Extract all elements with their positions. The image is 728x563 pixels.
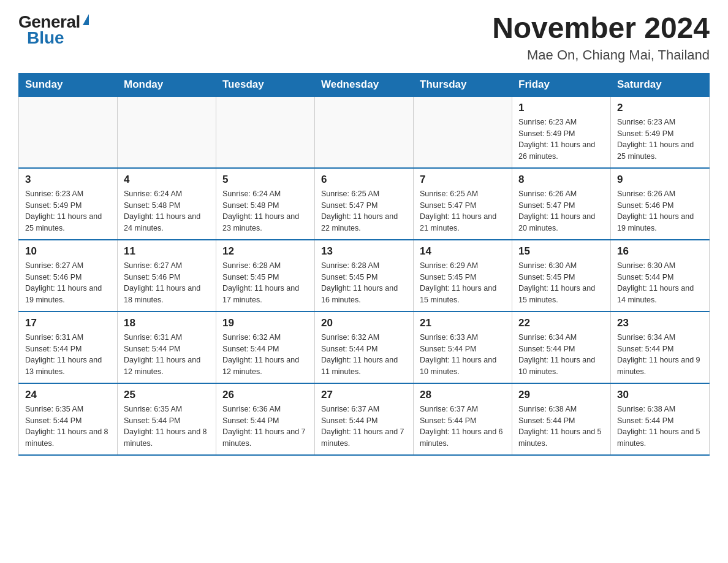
day-number: 22 [518,317,604,329]
day-info: Sunrise: 6:34 AM Sunset: 5:44 PM Dayligh… [518,332,604,378]
day-info: Sunrise: 6:26 AM Sunset: 5:47 PM Dayligh… [518,188,604,234]
page-header: General Blue November 2024 Mae On, Chian… [18,12,710,63]
calendar-day-cell: 4Sunrise: 6:24 AM Sunset: 5:48 PM Daylig… [118,168,216,240]
calendar-table: SundayMondayTuesdayWednesdayThursdayFrid… [18,73,710,456]
day-number: 14 [420,245,506,258]
day-info: Sunrise: 6:30 AM Sunset: 5:45 PM Dayligh… [518,260,604,306]
day-number: 18 [124,317,210,329]
logo-triangle-icon [83,14,89,25]
days-of-week-row: SundayMondayTuesdayWednesdayThursdayFrid… [19,73,710,96]
calendar-day-cell: 22Sunrise: 6:34 AM Sunset: 5:44 PM Dayli… [512,312,611,383]
day-number: 15 [518,245,604,258]
day-number: 28 [420,389,506,401]
day-number: 7 [420,174,506,186]
day-number: 1 [518,102,604,114]
logo-blue-text: Blue [18,28,64,48]
day-info: Sunrise: 6:31 AM Sunset: 5:44 PM Dayligh… [124,332,210,378]
day-of-week-header: Thursday [414,73,512,96]
day-of-week-header: Friday [512,73,611,96]
day-info: Sunrise: 6:30 AM Sunset: 5:44 PM Dayligh… [617,260,703,306]
calendar-day-cell: 12Sunrise: 6:28 AM Sunset: 5:45 PM Dayli… [216,240,315,312]
day-info: Sunrise: 6:32 AM Sunset: 5:44 PM Dayligh… [222,332,308,378]
location-subtitle: Mae On, Chiang Mai, Thailand [492,47,710,63]
calendar-day-cell: 28Sunrise: 6:37 AM Sunset: 5:44 PM Dayli… [414,383,512,455]
day-number: 29 [518,389,604,401]
day-of-week-header: Wednesday [315,73,414,96]
day-info: Sunrise: 6:35 AM Sunset: 5:44 PM Dayligh… [25,404,111,450]
calendar-day-cell: 10Sunrise: 6:27 AM Sunset: 5:46 PM Dayli… [19,240,118,312]
day-number: 26 [222,389,308,401]
calendar-day-cell: 25Sunrise: 6:35 AM Sunset: 5:44 PM Dayli… [118,383,216,455]
day-of-week-header: Sunday [19,73,118,96]
month-year-title: November 2024 [492,12,710,45]
day-number: 11 [124,245,210,258]
day-number: 3 [25,174,111,186]
calendar-day-cell: 20Sunrise: 6:32 AM Sunset: 5:44 PM Dayli… [315,312,414,383]
calendar-day-cell [216,96,315,168]
calendar-day-cell: 17Sunrise: 6:31 AM Sunset: 5:44 PM Dayli… [19,312,118,383]
day-info: Sunrise: 6:36 AM Sunset: 5:44 PM Dayligh… [222,404,308,450]
calendar-day-cell: 9Sunrise: 6:26 AM Sunset: 5:46 PM Daylig… [611,168,710,240]
day-info: Sunrise: 6:25 AM Sunset: 5:47 PM Dayligh… [321,188,407,234]
calendar-day-cell: 5Sunrise: 6:24 AM Sunset: 5:48 PM Daylig… [216,168,315,240]
calendar-day-cell: 8Sunrise: 6:26 AM Sunset: 5:47 PM Daylig… [512,168,611,240]
day-number: 16 [617,245,703,258]
day-info: Sunrise: 6:28 AM Sunset: 5:45 PM Dayligh… [222,260,308,306]
day-of-week-header: Tuesday [216,73,315,96]
title-block: November 2024 Mae On, Chiang Mai, Thaila… [492,12,710,63]
day-info: Sunrise: 6:24 AM Sunset: 5:48 PM Dayligh… [124,188,210,234]
calendar-week-row: 1Sunrise: 6:23 AM Sunset: 5:49 PM Daylig… [19,96,710,168]
day-number: 30 [617,389,703,401]
calendar-day-cell: 21Sunrise: 6:33 AM Sunset: 5:44 PM Dayli… [414,312,512,383]
day-info: Sunrise: 6:34 AM Sunset: 5:44 PM Dayligh… [617,332,703,378]
day-info: Sunrise: 6:23 AM Sunset: 5:49 PM Dayligh… [25,188,111,234]
day-info: Sunrise: 6:35 AM Sunset: 5:44 PM Dayligh… [124,404,210,450]
calendar-day-cell: 6Sunrise: 6:25 AM Sunset: 5:47 PM Daylig… [315,168,414,240]
day-number: 21 [420,317,506,329]
day-info: Sunrise: 6:37 AM Sunset: 5:44 PM Dayligh… [420,404,506,450]
day-number: 9 [617,174,703,186]
calendar-day-cell: 16Sunrise: 6:30 AM Sunset: 5:44 PM Dayli… [611,240,710,312]
day-info: Sunrise: 6:23 AM Sunset: 5:49 PM Dayligh… [617,117,703,163]
day-info: Sunrise: 6:32 AM Sunset: 5:44 PM Dayligh… [321,332,407,378]
day-info: Sunrise: 6:38 AM Sunset: 5:44 PM Dayligh… [518,404,604,450]
day-number: 23 [617,317,703,329]
day-info: Sunrise: 6:29 AM Sunset: 5:45 PM Dayligh… [420,260,506,306]
calendar-week-row: 17Sunrise: 6:31 AM Sunset: 5:44 PM Dayli… [19,312,710,383]
calendar-day-cell [118,96,216,168]
day-number: 27 [321,389,407,401]
day-info: Sunrise: 6:24 AM Sunset: 5:48 PM Dayligh… [222,188,308,234]
calendar-day-cell: 7Sunrise: 6:25 AM Sunset: 5:47 PM Daylig… [414,168,512,240]
calendar-day-cell [315,96,414,168]
calendar-day-cell [19,96,118,168]
calendar-day-cell: 27Sunrise: 6:37 AM Sunset: 5:44 PM Dayli… [315,383,414,455]
day-number: 8 [518,174,604,186]
calendar-week-row: 24Sunrise: 6:35 AM Sunset: 5:44 PM Dayli… [19,383,710,455]
calendar-day-cell: 13Sunrise: 6:28 AM Sunset: 5:45 PM Dayli… [315,240,414,312]
day-number: 2 [617,102,703,114]
calendar-day-cell: 24Sunrise: 6:35 AM Sunset: 5:44 PM Dayli… [19,383,118,455]
calendar-week-row: 10Sunrise: 6:27 AM Sunset: 5:46 PM Dayli… [19,240,710,312]
calendar-day-cell: 23Sunrise: 6:34 AM Sunset: 5:44 PM Dayli… [611,312,710,383]
calendar-day-cell: 15Sunrise: 6:30 AM Sunset: 5:45 PM Dayli… [512,240,611,312]
logo: General Blue [18,12,89,48]
calendar-day-cell: 11Sunrise: 6:27 AM Sunset: 5:46 PM Dayli… [118,240,216,312]
day-of-week-header: Saturday [611,73,710,96]
day-of-week-header: Monday [118,73,216,96]
day-info: Sunrise: 6:27 AM Sunset: 5:46 PM Dayligh… [124,260,210,306]
calendar-day-cell: 18Sunrise: 6:31 AM Sunset: 5:44 PM Dayli… [118,312,216,383]
day-number: 17 [25,317,111,329]
day-number: 20 [321,317,407,329]
calendar-day-cell [414,96,512,168]
calendar-week-row: 3Sunrise: 6:23 AM Sunset: 5:49 PM Daylig… [19,168,710,240]
day-number: 10 [25,245,111,258]
day-info: Sunrise: 6:37 AM Sunset: 5:44 PM Dayligh… [321,404,407,450]
calendar-day-cell: 3Sunrise: 6:23 AM Sunset: 5:49 PM Daylig… [19,168,118,240]
calendar-day-cell: 14Sunrise: 6:29 AM Sunset: 5:45 PM Dayli… [414,240,512,312]
calendar-day-cell: 1Sunrise: 6:23 AM Sunset: 5:49 PM Daylig… [512,96,611,168]
day-info: Sunrise: 6:28 AM Sunset: 5:45 PM Dayligh… [321,260,407,306]
day-info: Sunrise: 6:33 AM Sunset: 5:44 PM Dayligh… [420,332,506,378]
day-number: 4 [124,174,210,186]
day-number: 24 [25,389,111,401]
calendar-day-cell: 26Sunrise: 6:36 AM Sunset: 5:44 PM Dayli… [216,383,315,455]
